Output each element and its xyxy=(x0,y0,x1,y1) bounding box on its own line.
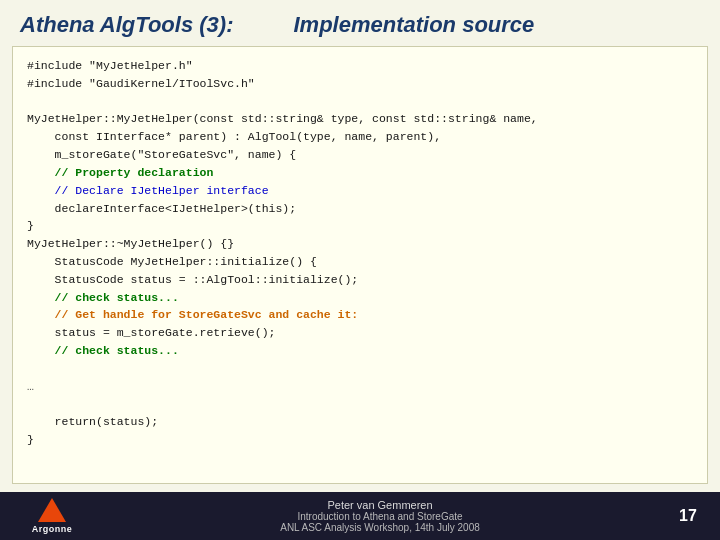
code-line: … xyxy=(27,378,693,396)
code-line: // Get handle for StoreGateSvc and cache… xyxy=(27,306,693,324)
code-line: StatusCode MyJetHelper::initialize() { xyxy=(27,253,693,271)
logo-triangle-icon xyxy=(38,498,66,522)
code-line: MyJetHelper::~MyJetHelper() {} xyxy=(27,235,693,253)
argonne-logo: Argonne xyxy=(12,494,92,538)
footer: Argonne Peter van Gemmeren Introduction … xyxy=(0,492,720,540)
slide: Athena AlgTools (3): Implementation sour… xyxy=(0,0,720,540)
footer-event-line1: Introduction to Athena and StoreGate xyxy=(297,511,462,522)
code-line: declareInterface<IJetHelper>(this); xyxy=(27,200,693,218)
logo-label: Argonne xyxy=(32,524,73,534)
code-line: // Declare IJetHelper interface xyxy=(27,182,693,200)
code-line: // check status... xyxy=(27,342,693,360)
slide-header: Athena AlgTools (3): Implementation sour… xyxy=(0,0,720,46)
footer-center: Peter van Gemmeren Introduction to Athen… xyxy=(92,499,668,533)
code-line: } xyxy=(27,431,693,449)
code-line xyxy=(27,395,693,413)
footer-presenter: Peter van Gemmeren xyxy=(327,499,432,511)
code-line: #include "GaudiKernel/IToolSvc.h" xyxy=(27,75,693,93)
code-line: const IInterface* parent) : AlgTool(type… xyxy=(27,128,693,146)
page-number: 17 xyxy=(668,494,708,538)
code-line: #include "MyJetHelper.h" xyxy=(27,57,693,75)
code-line xyxy=(27,93,693,111)
slide-subtitle: Implementation source xyxy=(293,12,534,38)
code-block: #include "MyJetHelper.h"#include "GaudiK… xyxy=(12,46,708,484)
footer-event-line2: ANL ASC Analysis Workshop, 14th July 200… xyxy=(280,522,480,533)
code-line: MyJetHelper::MyJetHelper(const std::stri… xyxy=(27,110,693,128)
code-line: return(status); xyxy=(27,413,693,431)
code-line: // check status... xyxy=(27,289,693,307)
code-line: m_storeGate("StoreGateSvc", name) { xyxy=(27,146,693,164)
slide-title: Athena AlgTools (3): xyxy=(20,12,233,38)
code-line: // Property declaration xyxy=(27,164,693,182)
code-line: status = m_storeGate.retrieve(); xyxy=(27,324,693,342)
code-line xyxy=(27,360,693,378)
code-line: StatusCode status = ::AlgTool::initializ… xyxy=(27,271,693,289)
code-line: } xyxy=(27,217,693,235)
